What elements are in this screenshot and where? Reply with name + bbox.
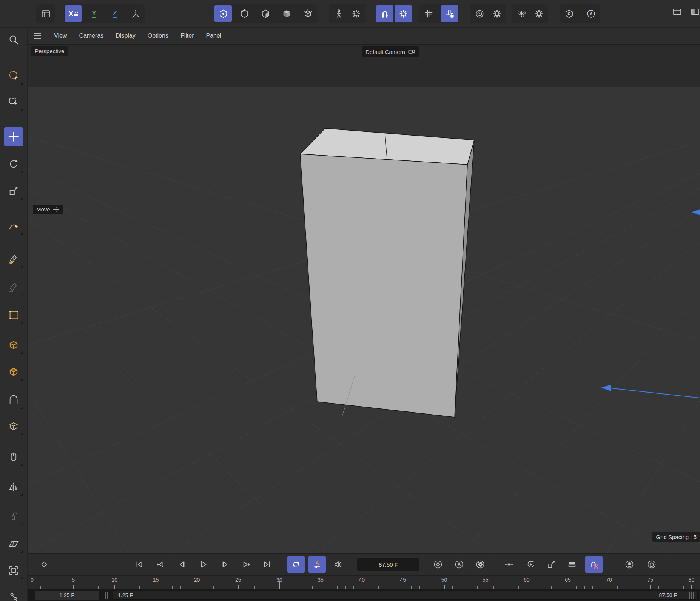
auto-switch-mode[interactable]: A <box>582 5 600 22</box>
guide-rings[interactable] <box>471 5 488 22</box>
window-layout-2[interactable] <box>686 3 700 20</box>
render-region[interactable] <box>4 561 23 580</box>
quantize-lock[interactable] <box>441 5 458 22</box>
autokeying-toggle[interactable]: A <box>450 556 468 573</box>
person-icon <box>334 9 344 19</box>
frame-ruler[interactable]: 05101520253035404550556065707580 <box>28 575 700 589</box>
main-menu-icon[interactable] <box>34 35 41 37</box>
window-layout-1[interactable] <box>668 3 686 20</box>
sound-toggle[interactable] <box>329 556 347 573</box>
snap-settings[interactable] <box>395 5 412 22</box>
autokey-display[interactable]: A <box>308 556 326 573</box>
go-to-start[interactable] <box>131 556 148 573</box>
speaker-icon <box>333 559 343 569</box>
ruler-tick <box>387 586 387 589</box>
symmetry-tool[interactable] <box>4 477 23 497</box>
volume-cube[interactable] <box>4 362 23 382</box>
ruler-tick <box>592 586 593 589</box>
object-mode[interactable] <box>278 5 295 22</box>
menu-panel[interactable]: Panel <box>206 32 221 39</box>
guide-settings[interactable] <box>488 5 506 22</box>
mograph-tool[interactable] <box>4 447 23 467</box>
quantize-toggle[interactable] <box>420 5 437 22</box>
menu-view[interactable]: View <box>54 32 67 39</box>
cube-solid-icon <box>282 9 292 19</box>
key-position[interactable] <box>500 556 518 573</box>
svg-text:A: A <box>589 11 593 17</box>
live-selection[interactable] <box>4 66 23 85</box>
character-joints[interactable] <box>4 587 23 601</box>
previous-frame[interactable] <box>174 556 191 573</box>
range-grip-right[interactable] <box>689 592 694 599</box>
range-grip-left[interactable] <box>105 592 110 599</box>
search-tool[interactable] <box>4 30 23 49</box>
ruler-label: 25 <box>235 577 241 583</box>
play-icon <box>198 559 208 569</box>
key-parameters[interactable] <box>563 556 581 573</box>
snap-toggle[interactable] <box>376 5 393 22</box>
menu-display[interactable]: Display <box>116 32 135 39</box>
ruler-label: 65 <box>565 577 571 583</box>
edge-mode[interactable] <box>236 5 253 22</box>
lock-z-axis[interactable]: Z <box>106 5 123 22</box>
lock-y-axis[interactable]: Y <box>86 5 102 22</box>
move-tool[interactable] <box>4 127 23 146</box>
loop-playback[interactable] <box>287 556 305 573</box>
menu-cameras[interactable]: Cameras <box>79 32 103 39</box>
key-rotation[interactable] <box>522 556 540 573</box>
range-start-field[interactable]: 1.25 F <box>35 591 99 600</box>
rectangle-spline[interactable] <box>4 305 23 325</box>
camera-label-chip[interactable]: Default Camera <box>362 46 419 57</box>
hex-poly-icon <box>261 9 271 19</box>
coordinate-system[interactable] <box>127 5 144 22</box>
ruler-tick <box>486 585 486 589</box>
previous-key[interactable] <box>152 556 170 573</box>
workplane-settings[interactable] <box>347 5 365 22</box>
cube-object[interactable] <box>300 128 474 417</box>
cube-primitive[interactable] <box>4 335 23 355</box>
keying-settings[interactable] <box>472 556 489 573</box>
isoline-editing[interactable] <box>560 5 578 22</box>
pen-tool[interactable] <box>4 250 23 269</box>
model-mode[interactable] <box>299 5 316 22</box>
layout-panel[interactable] <box>37 5 54 22</box>
preview-range-track[interactable]: 1.25 F 87.50 F <box>113 591 698 600</box>
rectangle-selection[interactable] <box>4 92 23 112</box>
workplane-mode[interactable] <box>330 5 347 22</box>
camera-toggle-icon[interactable] <box>408 48 415 55</box>
camera-label: Default Camera <box>365 49 405 55</box>
ruler-tick <box>123 586 123 589</box>
ruler-tick <box>650 585 651 589</box>
range-bar: 1.25 F 1.25 F 87.50 F <box>28 589 700 601</box>
key-pla[interactable] <box>585 556 603 573</box>
play-button[interactable] <box>194 556 212 573</box>
go-to-end[interactable] <box>258 556 276 573</box>
nav-rotate-view[interactable] <box>643 556 660 573</box>
scale-tool[interactable] <box>4 181 23 201</box>
menu-options[interactable]: Options <box>148 32 168 39</box>
make-keyframe[interactable] <box>35 556 53 573</box>
current-frame-field[interactable]: 87.50 F <box>357 558 419 571</box>
rotate-tool[interactable] <box>4 154 23 174</box>
grid-lock-icon <box>445 9 455 19</box>
viewport-3d[interactable]: Perspective Default Camera Move Grid Spa… <box>28 45 700 553</box>
record-keyframe[interactable] <box>429 556 447 573</box>
nav-trackball[interactable] <box>621 556 638 573</box>
polygon-mode[interactable] <box>257 5 274 22</box>
floor-object[interactable] <box>4 534 23 554</box>
key-scale[interactable] <box>543 556 560 573</box>
ruler-tick <box>139 586 140 589</box>
ruler-tick <box>576 586 577 589</box>
ruler-tick <box>148 586 148 589</box>
spline-pen[interactable] <box>4 216 23 236</box>
next-frame[interactable] <box>216 556 233 573</box>
points-mode[interactable] <box>214 5 232 22</box>
subdivision-surface[interactable] <box>4 390 23 410</box>
brush-icon <box>8 510 19 521</box>
symmetry-toggle[interactable] <box>513 5 530 22</box>
next-key[interactable] <box>237 556 254 573</box>
lock-x-axis[interactable]: X <box>65 5 82 22</box>
array-object[interactable] <box>4 416 23 436</box>
symmetry-settings[interactable] <box>530 5 547 22</box>
menu-filter[interactable]: Filter <box>180 32 194 39</box>
